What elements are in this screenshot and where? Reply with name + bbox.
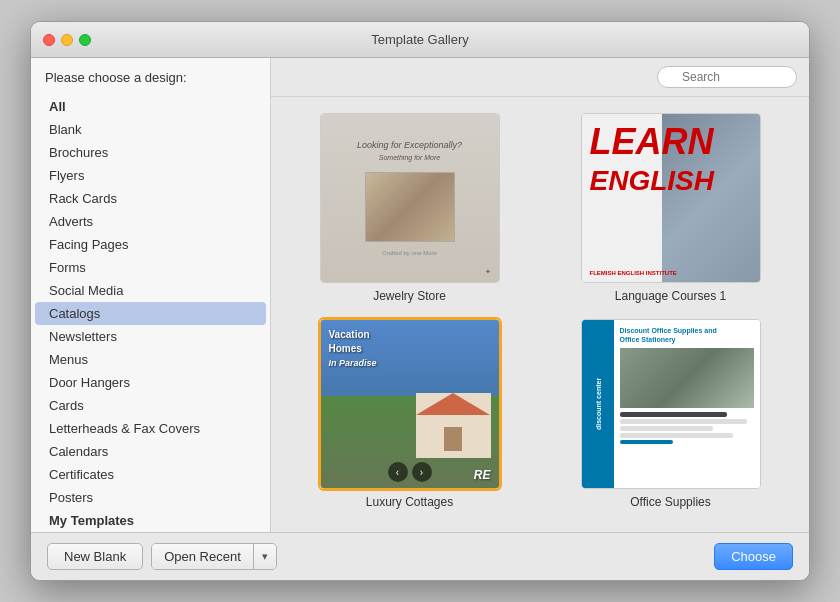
- sidebar-item-my-templates[interactable]: My Templates: [35, 509, 266, 532]
- main-window: Template Gallery Please choose a design:…: [30, 21, 810, 581]
- thumb-jewelry-store: Looking for Exceptionally?Something for …: [320, 113, 500, 283]
- open-recent-dropdown[interactable]: ▾: [254, 544, 276, 569]
- sidebar-item-calendars[interactable]: Calendars: [35, 440, 266, 463]
- thumb-language-courses: LEARNENGLISH FLEMISH ENGLISH INSTITUTE: [581, 113, 761, 283]
- thumb-luxury-cottages: VacationHomesIn Paradise ‹ › RE: [320, 319, 500, 489]
- traffic-lights: [43, 34, 91, 46]
- gallery-grid: Looking for Exceptionally?Something for …: [271, 97, 809, 532]
- sidebar-item-catalogs[interactable]: Catalogs: [35, 302, 266, 325]
- sidebar-list: AllBlankBrochuresFlyersRack CardsAdverts…: [31, 93, 270, 532]
- sidebar-item-cards[interactable]: Cards: [35, 394, 266, 417]
- gallery-item-label-language-courses: Language Courses 1: [615, 289, 726, 303]
- sidebar: Please choose a design: AllBlankBrochure…: [31, 58, 271, 532]
- main-content: Please choose a design: AllBlankBrochure…: [31, 58, 809, 532]
- office-side-banner: discount center: [582, 320, 614, 488]
- window-title: Template Gallery: [371, 32, 469, 47]
- sidebar-item-posters[interactable]: Posters: [35, 486, 266, 509]
- sidebar-item-forms[interactable]: Forms: [35, 256, 266, 279]
- sidebar-item-newsletters[interactable]: Newsletters: [35, 325, 266, 348]
- close-button[interactable]: [43, 34, 55, 46]
- open-recent-group: Open Recent ▾: [151, 543, 277, 570]
- sidebar-item-door-hangers[interactable]: Door Hangers: [35, 371, 266, 394]
- sidebar-item-social-media[interactable]: Social Media: [35, 279, 266, 302]
- gallery-item-label-office-supplies: Office Supplies: [630, 495, 711, 509]
- office-content: Discount Office Supplies andOffice Stati…: [614, 320, 760, 488]
- sidebar-item-facing-pages[interactable]: Facing Pages: [35, 233, 266, 256]
- search-input[interactable]: [657, 66, 797, 88]
- gallery-item-label-jewelry-store: Jewelry Store: [373, 289, 446, 303]
- minimize-button[interactable]: [61, 34, 73, 46]
- search-wrapper: ⌕: [657, 66, 797, 88]
- bottom-bar: New Blank Open Recent ▾ Choose: [31, 532, 809, 580]
- sidebar-header: Please choose a design:: [31, 58, 270, 93]
- gallery-toolbar: ⌕: [271, 58, 809, 97]
- titlebar: Template Gallery: [31, 22, 809, 58]
- sidebar-item-flyers[interactable]: Flyers: [35, 164, 266, 187]
- sidebar-item-letterheads[interactable]: Letterheads & Fax Covers: [35, 417, 266, 440]
- gallery-area: ⌕ Looking for Exceptionally?Something fo…: [271, 58, 809, 532]
- sidebar-item-certificates[interactable]: Certificates: [35, 463, 266, 486]
- sidebar-item-menus[interactable]: Menus: [35, 348, 266, 371]
- sidebar-item-adverts[interactable]: Adverts: [35, 210, 266, 233]
- gallery-item-label-luxury-cottages: Luxury Cottages: [366, 495, 453, 509]
- thumb-office-supplies: discount center Discount Office Supplies…: [581, 319, 761, 489]
- gallery-item-language-courses[interactable]: LEARNENGLISH FLEMISH ENGLISH INSTITUTE L…: [548, 113, 793, 303]
- gallery-item-luxury-cottages[interactable]: VacationHomesIn Paradise ‹ › RE Luxury C…: [287, 319, 532, 509]
- sidebar-item-rack-cards[interactable]: Rack Cards: [35, 187, 266, 210]
- open-recent-button[interactable]: Open Recent: [152, 544, 254, 569]
- sidebar-item-brochures[interactable]: Brochures: [35, 141, 266, 164]
- choose-button[interactable]: Choose: [714, 543, 793, 570]
- new-blank-button[interactable]: New Blank: [47, 543, 143, 570]
- sidebar-item-blank[interactable]: Blank: [35, 118, 266, 141]
- sidebar-item-all[interactable]: All: [35, 95, 266, 118]
- maximize-button[interactable]: [79, 34, 91, 46]
- gallery-item-office-supplies[interactable]: discount center Discount Office Supplies…: [548, 319, 793, 509]
- gallery-item-jewelry-store[interactable]: Looking for Exceptionally?Something for …: [287, 113, 532, 303]
